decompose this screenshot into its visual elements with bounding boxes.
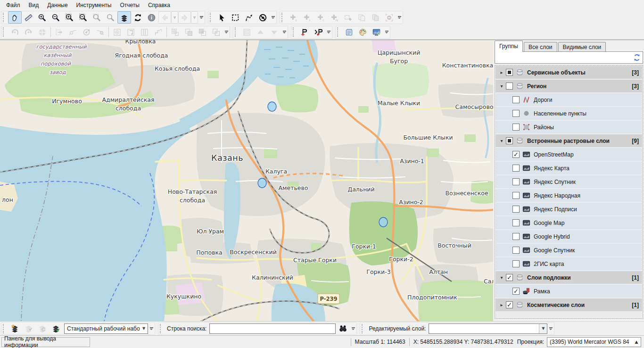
layer-checkbox[interactable] — [506, 137, 513, 144]
layer-row[interactable]: Яндекс Карта — [495, 162, 642, 174]
workset-new-icon[interactable] — [8, 323, 22, 335]
map-marker[interactable] — [379, 217, 388, 227]
toolbar-grip[interactable] — [3, 27, 6, 37]
zoom-out-icon[interactable] — [49, 11, 63, 24]
toolbar-grip[interactable] — [293, 27, 296, 37]
toolbar-overflow[interactable] — [397, 16, 402, 19]
toolbar-grip[interactable] — [337, 27, 340, 37]
layer-row[interactable]: Google Hybrid — [495, 230, 642, 243]
zoom-in-frame-icon[interactable] — [63, 11, 76, 24]
workset-combobox[interactable]: Стандартный рабочий набор ▼ — [64, 323, 148, 334]
toolbar-overflow[interactable] — [282, 31, 287, 33]
layer-row[interactable]: Яндекс Подписи — [495, 203, 642, 215]
toolbar-overflow[interactable] — [199, 16, 204, 19]
chevron-expanded-icon[interactable]: ▾ — [498, 83, 505, 89]
layer-row[interactable]: Google Map — [495, 216, 642, 229]
chevron-collapsed-icon[interactable]: ▸ — [498, 70, 505, 75]
layer-checkbox[interactable]: ✓ — [506, 301, 513, 308]
tab-visible-layers[interactable]: Видимые слои — [558, 42, 606, 52]
menu-item-5[interactable]: Отчеты — [116, 1, 143, 9]
select-lasso-icon[interactable] — [242, 11, 256, 24]
map-marker[interactable] — [268, 102, 276, 111]
chevron-collapsed-icon[interactable]: ▸ — [498, 302, 505, 307]
layer-checkbox[interactable] — [512, 260, 520, 267]
info-icon[interactable] — [145, 11, 158, 24]
measure-icon[interactable] — [22, 11, 35, 24]
menu-item-2[interactable]: Вид — [25, 1, 43, 9]
layer-row[interactable]: ✓OpenStreetMap — [495, 148, 642, 161]
layer-group-row[interactable]: ▸Сервисные объекты[3] — [495, 66, 642, 79]
toolbar-grip[interactable] — [362, 324, 365, 333]
layer-group-row[interactable]: ▸✓Косметические слои[1] — [495, 298, 642, 311]
menu-item-1[interactable]: Файл — [2, 1, 25, 9]
refresh-icon[interactable] — [131, 11, 145, 24]
layer-checkbox[interactable] — [506, 69, 513, 76]
layer-checkbox[interactable] — [512, 96, 520, 103]
chevron-down-icon[interactable]: ▼ — [140, 324, 148, 333]
select-rect-icon[interactable] — [229, 11, 242, 24]
selection-clear-icon[interactable] — [256, 11, 270, 24]
chevron-down-icon[interactable]: ▼ — [539, 324, 547, 333]
toolbar-overflow[interactable] — [271, 16, 275, 19]
layer-checkbox[interactable] — [512, 192, 520, 199]
search-input[interactable] — [209, 323, 336, 334]
layer-checkbox[interactable] — [512, 233, 520, 240]
layer-checkbox[interactable] — [512, 219, 520, 226]
layer-checkbox[interactable] — [506, 83, 513, 90]
layer-checkbox[interactable] — [512, 247, 520, 254]
layer-row[interactable]: Районы — [495, 121, 642, 133]
chevron-up-icon[interactable]: ▲ — [632, 340, 641, 344]
layers-filter-box[interactable] — [495, 51, 643, 64]
layer-group-row[interactable]: ▾Регион[3] — [495, 80, 642, 92]
topology-in-icon[interactable] — [298, 26, 312, 38]
select-cursor-icon[interactable] — [215, 11, 229, 24]
layer-row[interactable]: Населенные пункты — [495, 107, 642, 120]
tab-all-layers[interactable]: Все слои — [524, 42, 557, 52]
layer-checkbox[interactable]: ✓ — [512, 151, 520, 158]
projection-combobox[interactable]: (3395) World Mercator WGS 84 ▲ — [547, 337, 641, 347]
map-marker[interactable] — [258, 178, 266, 188]
toolbar-overflow[interactable] — [149, 327, 154, 330]
layer-group-row[interactable]: ▾✓Слои подложки[1] — [495, 271, 642, 284]
pan-icon[interactable] — [8, 11, 22, 24]
menu-item-3[interactable]: Данные — [43, 1, 72, 9]
tab-groups[interactable]: Группы — [495, 41, 523, 52]
layer-checkbox[interactable]: ✓ — [512, 288, 520, 295]
toolbar-grip[interactable] — [160, 324, 163, 333]
chevron-expanded-icon[interactable]: ▾ — [498, 138, 505, 143]
toolbar-grip[interactable] — [3, 324, 6, 333]
layer-checkbox[interactable] — [512, 110, 520, 117]
zoom-out-frame-icon[interactable] — [76, 11, 90, 24]
layer-checkbox[interactable] — [512, 178, 520, 185]
menu-item-4[interactable]: Инструменты — [72, 1, 116, 9]
layer-checkbox[interactable] — [512, 206, 520, 213]
layer-row[interactable]: Яндекс Народная — [495, 189, 642, 202]
toolbar-overflow[interactable] — [548, 327, 553, 330]
layer-row[interactable]: Google Спутник — [495, 244, 642, 257]
presentation-icon[interactable] — [370, 26, 383, 38]
workset-save-icon[interactable] — [49, 323, 63, 335]
style-palette-icon[interactable] — [356, 26, 370, 38]
menu-item-6[interactable]: Справка — [144, 1, 174, 9]
layer-checkbox[interactable] — [512, 124, 520, 131]
map-canvas[interactable]: Р-239 государственныйказённыйпороховойза… — [0, 40, 493, 321]
layer-checkbox[interactable] — [512, 165, 520, 172]
layer-row[interactable]: Дороги — [495, 93, 642, 106]
layer-row[interactable]: 2ГИС карта — [495, 257, 642, 270]
toolbar-overflow[interactable] — [224, 31, 229, 33]
edit-layer-combobox[interactable]: ▼ — [429, 323, 547, 334]
chevron-expanded-icon[interactable]: ▾ — [498, 275, 505, 280]
zoom-in-icon[interactable] — [35, 11, 49, 24]
toolbar-overflow[interactable] — [384, 31, 389, 33]
toolbar-overflow[interactable] — [326, 31, 331, 33]
toolbar-overflow[interactable] — [351, 327, 355, 330]
layer-checkbox[interactable]: ✓ — [506, 274, 513, 281]
toolbar-grip[interactable] — [3, 13, 6, 22]
toolbar-grip[interactable] — [210, 13, 213, 22]
layers-icon[interactable] — [117, 11, 131, 24]
layer-row[interactable]: Яндекс Спутник — [495, 175, 642, 188]
layers-refresh-icon[interactable] — [633, 54, 641, 61]
search-find-button[interactable] — [336, 323, 350, 335]
layer-group-row[interactable]: ▾Встроенные растровые слои[9] — [495, 134, 642, 147]
layer-row[interactable]: ✓Рамка — [495, 285, 642, 298]
